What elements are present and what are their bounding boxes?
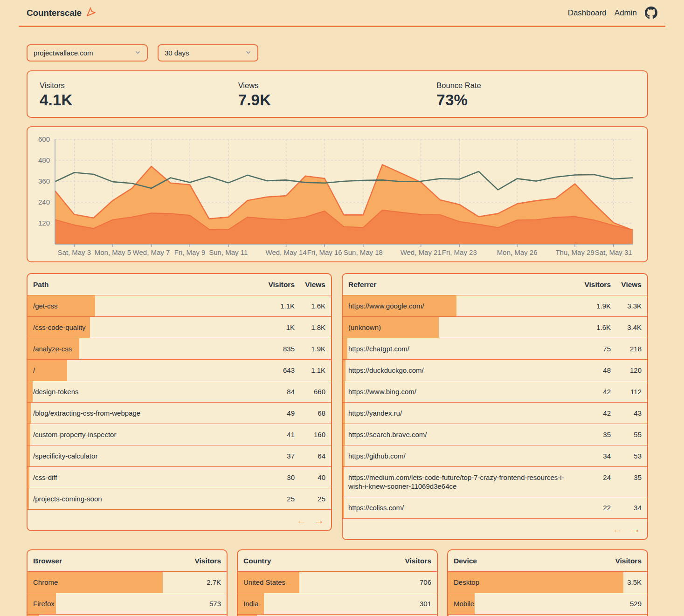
visitors-value: 49 (256, 409, 295, 418)
table-row[interactable]: Firefox573 (28, 593, 227, 614)
table-row[interactable]: /css-diff3040 (28, 466, 331, 488)
visitors-bar (343, 381, 345, 402)
svg-text:Mon, May 26: Mon, May 26 (497, 248, 538, 256)
visitors-bar (28, 488, 29, 509)
stat-value: 73% (436, 91, 635, 109)
svg-text:Sun, May 11: Sun, May 11 (209, 248, 248, 256)
row-label: /specificity-calculator (33, 452, 256, 460)
table-row[interactable]: /get-css1.1K1.6K (28, 295, 331, 316)
traffic-chart-card: 120240360480600Sat, May 3Mon, May 5Wed, … (27, 126, 648, 262)
table-row[interactable]: https://coliss.com/2234 (343, 497, 647, 518)
table-row[interactable]: /design-tokens84660 (28, 381, 331, 402)
brand[interactable]: Counterscale (27, 7, 97, 20)
visitors-bar (28, 403, 31, 424)
row-label: Mobile (454, 599, 599, 608)
table-row[interactable]: (unknown)1.6K3.4K (343, 316, 647, 338)
table-row[interactable]: /css-code-quality1K1.8K (28, 316, 331, 338)
svg-text:360: 360 (38, 177, 50, 185)
nav-admin-link[interactable]: Admin (615, 8, 637, 18)
table-row[interactable]: Desktop3.5K (448, 571, 647, 593)
table-row[interactable]: /projects-coming-soon2525 (28, 488, 331, 509)
table-title: Device (454, 557, 599, 565)
next-page-arrow-icon[interactable]: → (314, 515, 324, 525)
next-page-arrow-icon[interactable]: → (630, 524, 640, 534)
views-value: 68 (295, 409, 325, 418)
visitors-value: 1.6K (572, 323, 611, 332)
top-nav: Counterscale Dashboard Admin (19, 0, 665, 27)
row-label: /analyze-css (33, 344, 256, 353)
visitors-value: 42 (572, 387, 611, 396)
row-label: /projects-coming-soon (33, 494, 256, 503)
column-header: Visitors (256, 281, 295, 289)
row-label: https://github.com/ (348, 452, 572, 460)
table-row[interactable]: https://search.brave.com/3555 (343, 424, 647, 445)
table-row[interactable]: https://github.com/3453 (343, 445, 647, 466)
visitors-value: 42 (572, 409, 611, 418)
table-row[interactable]: https://chatgpt.com/75218 (343, 338, 647, 359)
views-value: 1.6K (295, 301, 325, 310)
site-select[interactable]: projectwallace.com (27, 44, 148, 62)
row-label: https://medium.com/lets-code-future/top-… (348, 473, 572, 491)
row-label: Firefox (33, 599, 178, 608)
visitors-bar (28, 424, 30, 445)
table-title: Referrer (348, 281, 572, 289)
prev-page-arrow-icon[interactable]: ← (613, 524, 622, 534)
table-title: Country (243, 557, 388, 565)
row-label: Chrome (33, 578, 178, 587)
github-icon[interactable] (645, 7, 657, 19)
visitors-bar (343, 360, 345, 381)
period-select[interactable]: 30 days (158, 44, 258, 62)
table-row[interactable]: Spain220 (238, 614, 437, 616)
column-header: Visitors (178, 557, 221, 565)
views-value: 3.3K (611, 301, 642, 310)
table-row[interactable]: Mobile529 (448, 593, 647, 614)
table-row[interactable]: https://www.bing.com/42112 (343, 381, 647, 402)
row-label: https://yandex.ru/ (348, 409, 572, 418)
visitors-value: 3.5K (599, 578, 642, 587)
tables-row: PathVisitorsViews/get-css1.1K1.6K/css-co… (27, 273, 648, 540)
table-row[interactable]: https://medium.com/lets-code-future/top-… (343, 466, 647, 497)
row-label: /design-tokens (33, 387, 256, 396)
row-label: https://www.bing.com/ (348, 387, 572, 396)
table-row[interactable]: Chrome2.7K (28, 571, 227, 593)
table-row[interactable]: https://duckduckgo.com/48120 (343, 359, 647, 381)
svg-text:Wed, May 14: Wed, May 14 (266, 248, 307, 256)
visitors-bar (28, 467, 29, 488)
views-value: 53 (611, 452, 642, 460)
table-row[interactable]: Tablet14 (448, 614, 647, 616)
bottom-tables-row: BrowserVisitorsChrome2.7KFirefox573Edge2… (27, 549, 648, 616)
row-label: /get-css (33, 301, 256, 310)
table-row[interactable]: /custom-property-inspector41160 (28, 424, 331, 445)
visitors-value: 2.7K (178, 578, 221, 587)
table-row[interactable]: United States706 (238, 571, 437, 593)
stat-label: Visitors (40, 81, 238, 90)
table-row[interactable]: /analyze-css8351.9K (28, 338, 331, 359)
visitors-value: 30 (256, 473, 295, 482)
table-row[interactable]: /6431.1K (28, 359, 331, 381)
views-value: 160 (295, 430, 325, 439)
table-row[interactable]: India301 (238, 593, 437, 614)
views-value: 25 (295, 494, 325, 503)
table-row[interactable]: /specificity-calculator3764 (28, 445, 331, 466)
svg-text:480: 480 (38, 156, 50, 164)
devices-table-card: DeviceVisitorsDesktop3.5KMobile529Tablet… (447, 549, 648, 616)
table-row[interactable]: /blog/extracting-css-from-webpage4968 (28, 402, 331, 424)
header-nav: Dashboard Admin (568, 7, 657, 19)
stat-visitors: Visitors4.1K (40, 81, 238, 109)
chevron-down-icon (245, 49, 251, 57)
column-header: Visitors (599, 557, 642, 565)
visitors-value: 75 (572, 344, 611, 353)
table-row[interactable]: https://www.google.com/1.9K3.3K (343, 295, 647, 316)
views-value: 120 (611, 366, 642, 375)
nav-dashboard-link[interactable]: Dashboard (568, 8, 607, 18)
visitors-value: 24 (572, 473, 611, 482)
browsers-table-card: BrowserVisitorsChrome2.7KFirefox573Edge2… (27, 549, 228, 616)
table-title: Browser (33, 557, 178, 565)
table-row[interactable]: https://yandex.ru/4243 (343, 402, 647, 424)
prev-page-arrow-icon[interactable]: ← (297, 515, 306, 525)
table-row[interactable]: Edge231 (28, 614, 227, 616)
views-value: 112 (611, 387, 642, 396)
visitors-bar (28, 381, 33, 402)
visitors-bar (28, 445, 30, 466)
visitors-value: 573 (178, 599, 221, 608)
